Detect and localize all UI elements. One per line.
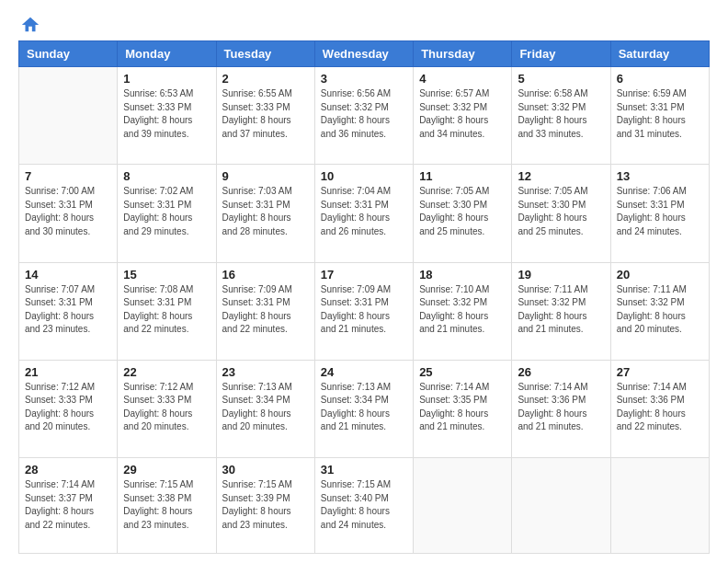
day-info: Sunrise: 7:00 AMSunset: 3:31 PMDaylight:…	[25, 185, 111, 238]
calendar-cell: 9Sunrise: 7:03 AMSunset: 3:31 PMDaylight…	[216, 165, 314, 262]
day-number: 2	[222, 72, 309, 86]
day-info: Sunrise: 6:59 AMSunset: 3:31 PMDaylight:…	[617, 87, 703, 141]
calendar-cell: 23Sunrise: 7:13 AMSunset: 3:34 PMDayligh…	[216, 360, 314, 457]
day-info: Sunrise: 6:55 AMSunset: 3:33 PMDaylight:…	[222, 87, 309, 141]
calendar-cell: 28Sunrise: 7:14 AMSunset: 3:37 PMDayligh…	[19, 458, 118, 554]
day-number: 26	[518, 365, 604, 379]
page: SundayMondayTuesdayWednesdayThursdayFrid…	[0, 0, 728, 563]
day-info: Sunrise: 7:12 AMSunset: 3:33 PMDaylight:…	[25, 381, 111, 434]
calendar-cell: 30Sunrise: 7:15 AMSunset: 3:39 PMDayligh…	[216, 458, 314, 554]
day-info: Sunrise: 7:10 AMSunset: 3:32 PMDaylight:…	[419, 283, 506, 337]
calendar-cell: 31Sunrise: 7:15 AMSunset: 3:40 PMDayligh…	[314, 458, 413, 554]
day-number: 31	[321, 463, 407, 477]
day-info: Sunrise: 7:05 AMSunset: 3:30 PMDaylight:…	[518, 185, 604, 238]
day-number: 8	[123, 169, 210, 183]
day-number: 22	[123, 365, 210, 379]
day-info: Sunrise: 7:11 AMSunset: 3:32 PMDaylight:…	[518, 283, 604, 337]
calendar-week-row: 7Sunrise: 7:00 AMSunset: 3:31 PMDaylight…	[19, 165, 710, 262]
calendar-cell: 22Sunrise: 7:12 AMSunset: 3:33 PMDayligh…	[118, 360, 216, 457]
day-info: Sunrise: 7:11 AMSunset: 3:32 PMDaylight:…	[617, 283, 703, 337]
day-info: Sunrise: 6:53 AMSunset: 3:33 PMDaylight:…	[123, 87, 210, 141]
day-info: Sunrise: 6:57 AMSunset: 3:32 PMDaylight:…	[419, 87, 506, 141]
day-number: 18	[419, 268, 506, 282]
day-number: 11	[419, 169, 506, 183]
calendar-cell: 10Sunrise: 7:04 AMSunset: 3:31 PMDayligh…	[314, 165, 413, 262]
day-info: Sunrise: 6:58 AMSunset: 3:32 PMDaylight:…	[518, 87, 604, 141]
day-number: 16	[222, 268, 309, 282]
calendar-cell: 13Sunrise: 7:06 AMSunset: 3:31 PMDayligh…	[610, 165, 709, 262]
calendar-cell: 8Sunrise: 7:02 AMSunset: 3:31 PMDaylight…	[118, 165, 216, 262]
day-info: Sunrise: 7:13 AMSunset: 3:34 PMDaylight:…	[321, 381, 407, 434]
calendar-cell: 12Sunrise: 7:05 AMSunset: 3:30 PMDayligh…	[512, 165, 610, 262]
calendar-cell: 18Sunrise: 7:10 AMSunset: 3:32 PMDayligh…	[414, 262, 512, 360]
weekday-header: Monday	[118, 41, 216, 67]
day-number: 25	[419, 365, 506, 379]
day-info: Sunrise: 7:14 AMSunset: 3:37 PMDaylight:…	[25, 478, 111, 532]
weekday-header: Saturday	[610, 41, 709, 67]
day-number: 23	[222, 365, 309, 379]
weekday-header: Thursday	[414, 41, 512, 67]
day-number: 6	[617, 72, 703, 86]
day-number: 19	[518, 268, 604, 282]
day-number: 10	[321, 169, 407, 183]
day-number: 28	[25, 463, 111, 477]
calendar-cell: 27Sunrise: 7:14 AMSunset: 3:36 PMDayligh…	[610, 360, 709, 457]
day-number: 21	[25, 365, 111, 379]
calendar-cell: 26Sunrise: 7:14 AMSunset: 3:36 PMDayligh…	[512, 360, 610, 457]
day-number: 15	[123, 268, 210, 282]
calendar-cell	[512, 458, 610, 554]
day-info: Sunrise: 7:03 AMSunset: 3:31 PMDaylight:…	[222, 185, 309, 238]
calendar-week-row: 1Sunrise: 6:53 AMSunset: 3:33 PMDaylight…	[19, 67, 710, 165]
calendar-cell: 14Sunrise: 7:07 AMSunset: 3:31 PMDayligh…	[19, 262, 118, 360]
calendar-cell: 20Sunrise: 7:11 AMSunset: 3:32 PMDayligh…	[610, 262, 709, 360]
calendar-cell: 6Sunrise: 6:59 AMSunset: 3:31 PMDaylight…	[610, 67, 709, 165]
day-info: Sunrise: 7:07 AMSunset: 3:31 PMDaylight:…	[25, 283, 111, 337]
calendar-cell: 5Sunrise: 6:58 AMSunset: 3:32 PMDaylight…	[512, 67, 610, 165]
day-number: 3	[321, 72, 407, 86]
calendar-cell: 16Sunrise: 7:09 AMSunset: 3:31 PMDayligh…	[216, 262, 314, 360]
day-info: Sunrise: 7:13 AMSunset: 3:34 PMDaylight:…	[222, 381, 309, 434]
day-info: Sunrise: 7:15 AMSunset: 3:38 PMDaylight:…	[123, 478, 210, 532]
day-info: Sunrise: 7:15 AMSunset: 3:40 PMDaylight:…	[321, 478, 407, 532]
day-number: 4	[419, 72, 506, 86]
calendar-week-row: 14Sunrise: 7:07 AMSunset: 3:31 PMDayligh…	[19, 262, 710, 360]
day-number: 14	[25, 268, 111, 282]
day-number: 5	[518, 72, 604, 86]
day-info: Sunrise: 7:05 AMSunset: 3:30 PMDaylight:…	[419, 185, 506, 238]
calendar-cell: 19Sunrise: 7:11 AMSunset: 3:32 PMDayligh…	[512, 262, 610, 360]
calendar-cell	[19, 67, 118, 165]
day-info: Sunrise: 7:14 AMSunset: 3:35 PMDaylight:…	[419, 381, 506, 434]
header	[18, 15, 710, 33]
calendar-table: SundayMondayTuesdayWednesdayThursdayFrid…	[18, 40, 710, 554]
day-info: Sunrise: 7:09 AMSunset: 3:31 PMDaylight:…	[222, 283, 309, 337]
weekday-header: Friday	[512, 41, 610, 67]
day-number: 24	[321, 365, 407, 379]
weekday-header: Tuesday	[216, 41, 314, 67]
day-number: 27	[617, 365, 703, 379]
calendar-header-row: SundayMondayTuesdayWednesdayThursdayFrid…	[19, 41, 710, 67]
calendar-week-row: 28Sunrise: 7:14 AMSunset: 3:37 PMDayligh…	[19, 458, 710, 554]
calendar-cell: 2Sunrise: 6:55 AMSunset: 3:33 PMDaylight…	[216, 67, 314, 165]
calendar-cell	[610, 458, 709, 554]
day-number: 30	[222, 463, 309, 477]
day-info: Sunrise: 7:04 AMSunset: 3:31 PMDaylight:…	[321, 185, 407, 238]
day-number: 13	[617, 169, 703, 183]
calendar-week-row: 21Sunrise: 7:12 AMSunset: 3:33 PMDayligh…	[19, 360, 710, 457]
weekday-header: Wednesday	[314, 41, 413, 67]
svg-marker-0	[22, 17, 39, 32]
calendar-cell: 17Sunrise: 7:09 AMSunset: 3:31 PMDayligh…	[314, 262, 413, 360]
day-info: Sunrise: 7:14 AMSunset: 3:36 PMDaylight:…	[617, 381, 703, 434]
day-info: Sunrise: 7:06 AMSunset: 3:31 PMDaylight:…	[617, 185, 703, 238]
calendar-cell: 11Sunrise: 7:05 AMSunset: 3:30 PMDayligh…	[414, 165, 512, 262]
calendar-cell: 7Sunrise: 7:00 AMSunset: 3:31 PMDaylight…	[19, 165, 118, 262]
day-number: 20	[617, 268, 703, 282]
day-number: 1	[123, 72, 210, 86]
day-number: 7	[25, 169, 111, 183]
calendar-cell: 15Sunrise: 7:08 AMSunset: 3:31 PMDayligh…	[118, 262, 216, 360]
day-info: Sunrise: 7:08 AMSunset: 3:31 PMDaylight:…	[123, 283, 210, 337]
day-info: Sunrise: 7:14 AMSunset: 3:36 PMDaylight:…	[518, 381, 604, 434]
day-number: 29	[123, 463, 210, 477]
day-info: Sunrise: 7:15 AMSunset: 3:39 PMDaylight:…	[222, 478, 309, 532]
logo	[18, 15, 40, 33]
day-number: 9	[222, 169, 309, 183]
